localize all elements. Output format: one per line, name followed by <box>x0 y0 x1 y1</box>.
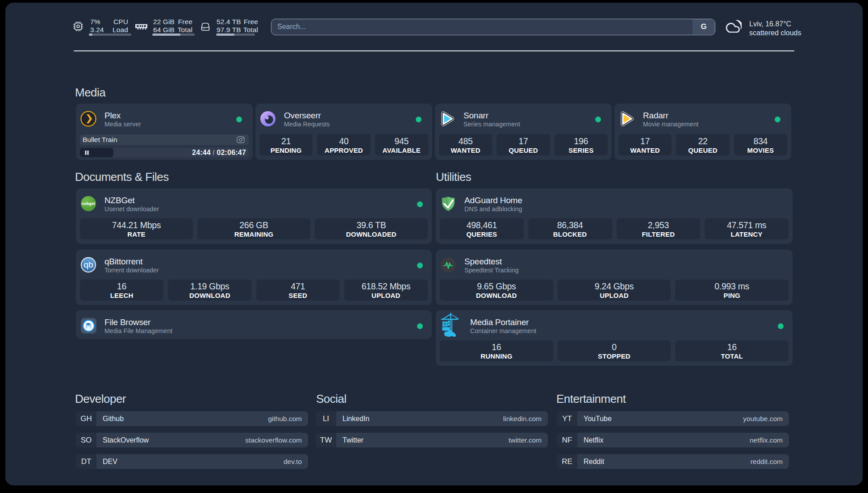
svg-text:nzbget: nzbget <box>82 201 95 206</box>
svg-text:qb: qb <box>83 260 93 269</box>
